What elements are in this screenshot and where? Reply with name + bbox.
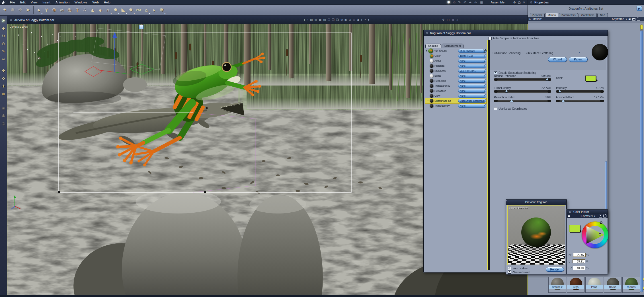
link-tool[interactable]: ∞ [2,57,5,61]
select-tool[interactable]: ➤ [2,19,5,23]
tray-item-rushes[interactable]: Rushes [622,277,640,293]
metaball-primitive-tool[interactable]: ∞ [58,6,66,14]
terrain-primitive-tool[interactable]: ▲ [89,6,97,14]
preview-render-area[interactable]: Sphere Preview [507,205,565,265]
menu-animation[interactable]: Animation [53,1,72,4]
lightness-input[interactable]: 59.21 [573,259,585,263]
translucency-value[interactable]: 22.73% [542,86,551,89]
capsule-primitive-tool[interactable]: ◗ [150,6,158,14]
shader-tree-row-bump[interactable]: BumpNone» [425,74,486,79]
glass-primitive-tool[interactable]: Y [43,6,50,14]
solid-display-icon[interactable]: ▪ [307,18,308,21]
shader-type-dropdown[interactable]: None» [458,89,486,93]
tulip-plant-tool-flyout[interactable]: ▸ [165,12,165,14]
tab-motion[interactable]: Motion [545,13,559,17]
load-icon[interactable] [637,18,640,21]
tulip-plant-tool[interactable]: ✾▸ [158,6,166,14]
cloud-primitive-tool-flyout[interactable]: ▸ [111,12,112,14]
menu-view[interactable]: View [28,1,40,4]
shader-tree-row-shininess[interactable]: ShininessValue (0-100%)» [425,68,486,74]
shader-type-dropdown[interactable]: None» [458,64,486,68]
shader-type-dropdown[interactable]: None» [458,84,486,88]
trash-icon[interactable] [483,49,487,53]
chevron-down-icon[interactable]: » [483,95,486,97]
shader-type-dropdown[interactable]: Texture Map» [458,54,486,58]
magic-wand-tool[interactable]: ✦ [1,6,9,14]
chevron-down-icon[interactable]: » [578,52,581,53]
shader-type-dropdown[interactable]: SubSurface Scattering» [458,99,486,103]
sphere-half-quality-icon[interactable]: ◐ [361,18,363,21]
render-film-room-icon[interactable]: ▦ [480,0,483,4]
viewport-title-bar[interactable]: 3DView of Soggy Bottom.car ✛▪▤▥▦▧❏❐❏⊕◉⊙◎… [7,16,528,24]
ghost-display-icon[interactable]: ◎ [353,18,355,21]
menu-file[interactable]: File [7,1,18,4]
diamond-quality-icon[interactable]: ◆ [357,18,359,21]
intensity-value[interactable]: 3.79% [596,86,604,89]
preview-title-bar[interactable]: Preview: frogSkin [506,200,566,205]
scale-tool[interactable]: ⊙ [2,42,5,46]
shader-tree-row-top-shader[interactable]: ▼Top ShaderMulti Channel» [425,48,486,54]
tab-nla[interactable]: NLA [597,13,608,17]
rock-primitive-tool-flyout[interactable]: ▸ [126,12,127,14]
cloud-primitive-tool[interactable]: ∩▸ [104,6,112,14]
spike-primitive-tool-flyout[interactable]: ▸ [134,12,135,14]
target-display-icon[interactable]: ◉ [344,18,347,21]
chevron-down-icon[interactable]: » [593,215,596,217]
cube-mode-icon[interactable]: ❐ [332,18,335,21]
wizard-button[interactable]: Wizard [548,57,567,62]
menu-windows[interactable]: Windows [72,1,90,4]
next-attribute-button[interactable]: ▶ [637,6,642,11]
tray-item-rocks[interactable]: Rocks [604,277,622,293]
properties-scrollbar[interactable] [640,25,643,292]
diffuse-slider[interactable] [494,78,551,81]
checkerboard-checkbox[interactable] [508,270,511,274]
zoom-tool[interactable]: ◎ [2,121,5,125]
chevron-down-icon[interactable]: » [483,70,486,72]
lines-display-icon[interactable]: ▥ [314,18,317,21]
shader-type-dropdown[interactable]: Multi Channel» [458,49,486,53]
refraction-value[interactable]: 30% [545,96,551,99]
bank-camera-tool[interactable]: ✜ [2,76,5,80]
menu-help[interactable]: Help [101,1,113,4]
breadcrumb[interactable]: Subsurface Scattering [493,52,520,55]
textured-display-icon[interactable]: ▧ [323,18,326,21]
chevron-down-icon[interactable]: » [483,90,486,91]
shader-type-label[interactable]: SubSurface Scattering [525,52,553,55]
spike-primitive-tool[interactable]: ✸▸ [127,6,135,14]
tray-scroll-nub[interactable] [643,278,644,280]
chevron-down-icon[interactable]: » [483,75,486,77]
rock-primitive-tool[interactable]: ◣▸ [120,6,127,14]
plane-toggle-icon[interactable]: ▢ [447,18,449,21]
bounding-box-icon[interactable]: ❏ [336,18,339,21]
shader-type-dropdown[interactable]: Value (0-100%)» [458,69,486,73]
shaded-display-icon[interactable]: ▦ [319,18,321,21]
enable-sss-checkbox[interactable] [494,71,497,74]
intensity-slider[interactable] [556,90,604,93]
hand-tool[interactable]: ✱ [9,6,17,14]
shader-tree-row-highlight[interactable]: HighlightNone» [425,64,486,69]
text-primitive-tool[interactable]: T [73,6,81,14]
sphere-toggle-icon[interactable]: ◍ [452,18,454,21]
chevron-down-icon[interactable]: » [483,80,486,82]
tray-item-pond[interactable]: Pond [585,277,603,293]
texture-pencil-room-icon[interactable]: ✐ [463,0,466,4]
color-mode-label[interactable]: HLS Wheel [580,215,593,217]
shader-window-title-bar[interactable]: frogSkin of Soggy Bottom.car [424,30,608,36]
saturation-input[interactable]: 91.94 [573,266,585,270]
chevron-down-icon[interactable]: » [483,60,486,62]
shader-tree-row-alpha[interactable]: AlphaNone» [425,58,486,64]
sphere-primitive-tool[interactable]: ●▸ [35,6,43,14]
pan-camera-tool[interactable]: ✥ [2,69,5,73]
sphere-shade-quality-icon[interactable]: ◓ [364,18,366,21]
hue-input[interactable]: 22.07 [573,253,586,257]
render-area-tool[interactable]: ▣ [1,106,5,110]
scrollbar-cap[interactable] [640,25,643,30]
model-wrench-room-icon[interactable]: ✣ [453,0,456,4]
tray-item-legs[interactable]: Legs [567,277,584,293]
close-icon[interactable]: ✕ [523,1,525,4]
motion-method-value[interactable]: Keyframe [612,17,624,21]
render-button[interactable]: Render [546,267,564,272]
gizmo-icon[interactable]: ◉ [628,17,631,21]
menu-edit[interactable]: Edit [18,1,28,4]
sss-color-swatch[interactable] [585,76,596,81]
